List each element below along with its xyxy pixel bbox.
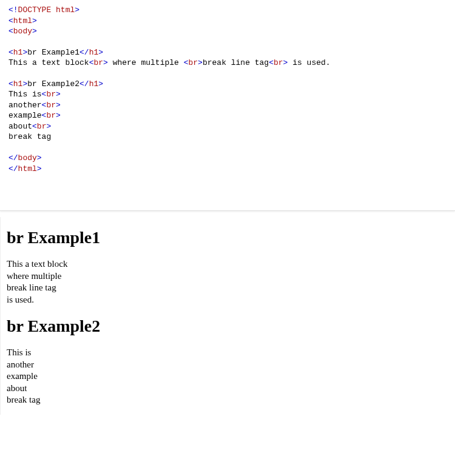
- code-line: <h1>br Example1</h1>: [8, 47, 447, 58]
- bracket: >: [75, 5, 79, 15]
- preview-line: where multiple: [7, 271, 61, 281]
- code-text: break tag: [8, 132, 51, 141]
- tag: br: [93, 58, 103, 67]
- code-line: break tag: [8, 132, 447, 142]
- bracket: >: [56, 111, 61, 120]
- tag: br: [37, 122, 47, 131]
- preview-text-block: This is another example about break tag: [7, 347, 449, 406]
- bracket: >: [56, 101, 61, 110]
- code-text: This a text block: [8, 58, 89, 67]
- bracket: <: [32, 122, 37, 131]
- bracket: <: [269, 58, 274, 67]
- bracket: >: [98, 48, 103, 57]
- code-line: <h1>br Example2</h1>: [8, 79, 447, 90]
- tag: html: [13, 16, 32, 25]
- preview-text-block: This a text block where multiple break l…: [7, 258, 449, 306]
- code-line: about<br>: [8, 121, 447, 132]
- bracket: >: [198, 58, 203, 67]
- preview-line: is used.: [7, 295, 34, 304]
- tag: html: [18, 164, 37, 173]
- code-text: [51, 5, 56, 15]
- code-line: example<br>: [8, 110, 447, 121]
- preview-line: another: [7, 360, 34, 369]
- bracket: </: [79, 48, 89, 57]
- tag: body: [18, 153, 37, 163]
- tag: br: [46, 111, 56, 120]
- code-text: br Example1: [27, 48, 79, 57]
- code-text: is used.: [288, 58, 330, 67]
- preview-line: This is: [7, 347, 31, 357]
- code-text: break line tag: [203, 58, 269, 67]
- bracket: >: [98, 79, 103, 89]
- code-line: <body>: [8, 26, 447, 37]
- bracket: <: [184, 58, 189, 67]
- bracket: >: [46, 122, 51, 131]
- code-line: This is<br>: [8, 89, 447, 100]
- tag: h1: [89, 48, 99, 57]
- blank-line: [8, 37, 447, 47]
- bracket: >: [56, 90, 61, 99]
- tag: DOCTYPE: [18, 5, 52, 15]
- code-line: </body>: [8, 153, 447, 164]
- bracket: >: [32, 27, 37, 36]
- bracket: <: [8, 79, 13, 89]
- bracket: >: [103, 58, 108, 67]
- bracket: <!: [8, 5, 18, 15]
- preview-line: break line tag: [7, 283, 56, 292]
- bracket: >: [37, 164, 42, 173]
- preview-line: example: [7, 371, 38, 381]
- bracket: >: [32, 16, 37, 25]
- preview-line: This a text block: [7, 259, 67, 269]
- bracket: </: [8, 153, 18, 163]
- tag: br: [274, 58, 283, 67]
- code-line: <!DOCTYPE html>: [8, 5, 447, 16]
- code-line: </html>: [8, 164, 447, 175]
- tag: body: [13, 27, 32, 36]
- bracket: >: [37, 153, 42, 163]
- code-text: about: [8, 122, 32, 131]
- tag: html: [56, 5, 75, 15]
- tag: h1: [89, 79, 99, 89]
- tag: br: [189, 58, 198, 67]
- bracket: <: [8, 16, 13, 25]
- code-text: br Example2: [27, 79, 79, 89]
- bracket: </: [8, 164, 18, 173]
- bracket: <: [8, 48, 13, 57]
- bracket: </: [79, 79, 89, 89]
- code-line: <html>: [8, 16, 447, 27]
- preview-line: about: [7, 383, 27, 393]
- code-text: another: [8, 101, 42, 110]
- preview-panel: br Example1 This a text block where mult…: [0, 217, 455, 415]
- bracket: <: [8, 27, 13, 36]
- tag: br: [46, 101, 56, 110]
- code-text: where multiple: [108, 58, 184, 67]
- blank-line: [8, 142, 447, 153]
- preview-heading-1: br Example1: [7, 228, 449, 247]
- code-line: This a text block<br> where multiple <br…: [8, 58, 447, 69]
- preview-line: break tag: [7, 395, 40, 404]
- code-text: example: [8, 111, 42, 120]
- tag: h1: [13, 79, 23, 89]
- tag: br: [46, 90, 56, 99]
- code-panel: <!DOCTYPE html> <html> <body> <h1>br Exa…: [0, 0, 455, 211]
- code-line: another<br>: [8, 100, 447, 111]
- tag: h1: [13, 48, 23, 57]
- blank-line: [8, 69, 447, 79]
- code-text: This is: [8, 90, 42, 99]
- preview-heading-2: br Example2: [7, 317, 449, 336]
